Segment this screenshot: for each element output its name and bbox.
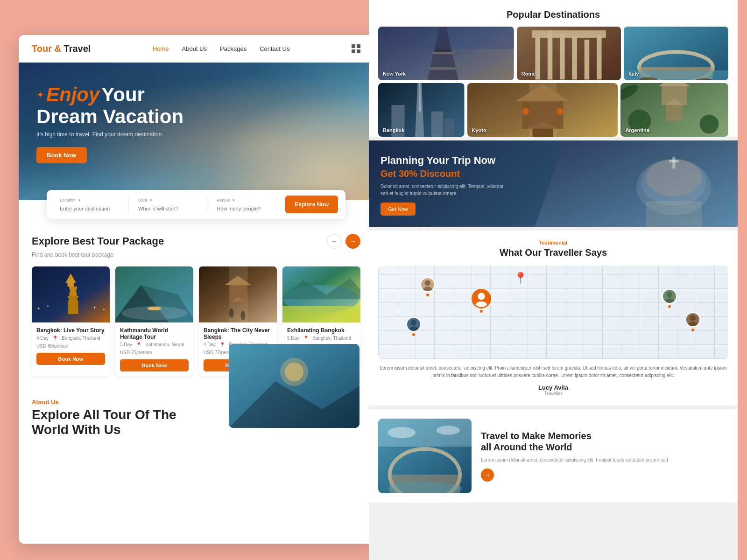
svg-point-90	[690, 315, 696, 321]
avatar-pin-3	[406, 317, 421, 336]
logo-amp: &	[55, 43, 64, 54]
svg-marker-3	[69, 287, 78, 292]
svg-point-15	[148, 307, 162, 310]
people-input[interactable]	[217, 206, 276, 211]
date-field: Date ▾	[133, 197, 203, 212]
location-input[interactable]	[60, 206, 119, 211]
destination-argentina[interactable]: Argentina	[620, 83, 728, 137]
grid-menu-icon[interactable]	[352, 44, 360, 53]
right-card: Popular Destinations	[369, 0, 738, 560]
svg-point-29	[285, 363, 303, 381]
about-bottom-image	[378, 419, 472, 493]
package-location-icon-3: 📍	[219, 342, 225, 347]
about-bottom-text: Travel to Make Memories all Around the W…	[481, 430, 728, 482]
location-label: Location ▾	[60, 197, 119, 203]
svg-rect-57	[431, 112, 444, 137]
search-divider-2	[207, 196, 207, 213]
destination-paris[interactable]: New York	[378, 27, 514, 80]
hero-section: ✦ Enjoy Your Dream Vacation It's high ti…	[19, 63, 374, 200]
destination-italy[interactable]: Italy	[624, 27, 728, 80]
about-arrow-button[interactable]: →	[481, 469, 494, 482]
svg-rect-46	[532, 30, 606, 38]
nav-packages[interactable]: Packages	[220, 45, 247, 52]
package-body-2: Kathmandu World Heritage Tour 3 Day 📍 Ka…	[115, 322, 193, 376]
hero-title-dream: Dream Vacation	[36, 106, 183, 127]
planning-title: Planning Your Trip Now	[381, 154, 511, 167]
svg-rect-83	[669, 160, 678, 162]
date-label-text: Date	[138, 198, 147, 203]
avatar-5	[662, 289, 677, 304]
package-price-2: USD 75/person	[120, 349, 189, 356]
nav-home[interactable]: Home	[153, 45, 169, 52]
svg-point-65	[522, 108, 529, 115]
date-input[interactable]	[138, 206, 197, 211]
testimonial-text: Lorem ipsum dolor sit amet, consectetur …	[378, 364, 728, 379]
explore-button[interactable]: Explore Now	[285, 196, 338, 213]
next-arrow-button[interactable]: →	[345, 234, 360, 249]
svg-marker-70	[659, 83, 691, 86]
destination-dubai[interactable]: Bangkok	[378, 83, 465, 137]
nav-links: Home About Us Packages Contact Us	[153, 45, 290, 52]
hero-title-your: Your	[101, 84, 145, 105]
hero-book-button[interactable]: Book Now	[36, 147, 87, 163]
location-label-text: Location	[60, 198, 76, 203]
nav-contact[interactable]: Contact Us	[260, 45, 289, 52]
nav-about[interactable]: About Us	[182, 45, 207, 52]
package-book-button-2[interactable]: Book Now	[120, 359, 189, 371]
svg-point-85	[423, 287, 432, 291]
svg-point-7	[38, 308, 40, 309]
package-location-2: Kathmandu, Nepal	[145, 342, 184, 347]
testimonial-section: Testimonial What Our Traveller Says 📍	[369, 231, 738, 406]
svg-rect-73	[666, 105, 683, 121]
avatar-pin-dot-4	[691, 329, 694, 331]
svg-rect-80	[646, 201, 702, 227]
avatar-pin-dot-featured	[480, 310, 483, 313]
package-image-3	[199, 266, 277, 322]
about-bottom-subtitle: Lorem ipsum dolor sit amet, consectetur …	[481, 456, 728, 464]
hero-buildings	[161, 63, 374, 200]
svg-point-87	[476, 301, 487, 307]
planning-discount: Get 30% Discount	[381, 168, 511, 179]
package-location-4: Bangkok, Thailand	[312, 336, 351, 341]
prev-arrow-button[interactable]: ←	[327, 234, 342, 249]
destination-dubai-label: Bangkok	[383, 127, 404, 133]
avatar-pin-featured	[472, 289, 491, 313]
package-image-1	[32, 266, 110, 322]
planning-cta-button[interactable]: Get Now	[381, 203, 416, 216]
svg-marker-5	[68, 296, 79, 300]
packages-nav: ← →	[327, 234, 360, 249]
packages-title: Explore Best Tour Package	[32, 235, 164, 247]
location-field: Location ▾	[54, 197, 125, 212]
svg-point-9	[94, 307, 96, 308]
svg-rect-6	[68, 300, 78, 314]
hero-star-icon: ✦	[36, 89, 44, 100]
destination-rome[interactable]: Rome	[517, 27, 621, 80]
package-location-1: Bangkok, Thailand	[62, 336, 100, 341]
destination-kyoto[interactable]: Kyoto	[467, 83, 618, 137]
destinations-row-1: New York	[378, 27, 728, 80]
svg-rect-82	[672, 157, 675, 168]
svg-point-66	[556, 108, 563, 115]
svg-point-8	[47, 306, 49, 307]
svg-rect-45	[597, 35, 602, 80]
package-days-2: 3 Day	[120, 342, 132, 347]
package-body-1: Bangkok: Live Your Story 4 Day 📍 Bangkok…	[32, 322, 110, 370]
avatar-pin-2: 📍	[514, 273, 528, 284]
svg-rect-2	[68, 283, 74, 287]
date-label: Date ▾	[138, 197, 197, 203]
package-meta-2: 3 Day 📍 Kathmandu, Nepal	[120, 342, 189, 347]
logo: Tour & Travel	[32, 43, 91, 54]
package-days-3: 4 Day	[204, 342, 216, 347]
package-name-1: Bangkok: Live Your Story	[36, 327, 105, 334]
package-book-button-1[interactable]: Book Now	[36, 353, 105, 365]
planning-content: Planning Your Trip Now Get 30% Discount …	[381, 154, 511, 216]
planning-section: Planning Your Trip Now Get 30% Discount …	[369, 140, 738, 227]
map-pin-icon: 📍	[514, 273, 528, 284]
logo-travel: Travel	[64, 43, 91, 54]
search-divider-1	[128, 196, 129, 213]
package-card-1: Bangkok: Live Your Story 4 Day 📍 Bangkok…	[32, 266, 110, 376]
package-price-1: USD 60/person	[36, 343, 105, 349]
testimonial-label: Testimonial	[378, 240, 728, 245]
people-label: People ▾	[217, 197, 276, 203]
search-bar: Location ▾ Date ▾ People ▾ Explore Now	[47, 190, 345, 219]
